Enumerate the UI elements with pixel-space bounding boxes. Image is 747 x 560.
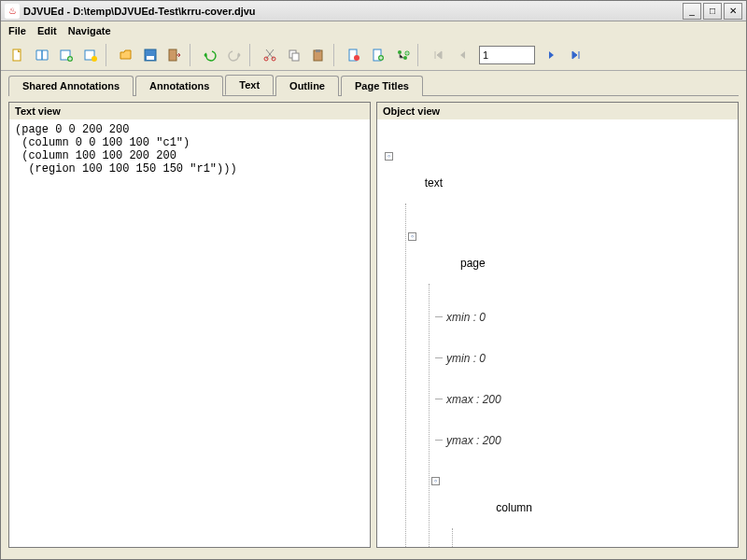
first-page-icon[interactable]: [427, 44, 449, 66]
svg-point-19: [403, 56, 407, 60]
window-title: DJVUEd - D:\temp\DJVUEd-Test\krru-cover.…: [23, 6, 681, 17]
save-icon[interactable]: [139, 44, 162, 66]
copy-icon[interactable]: [283, 44, 305, 66]
tab-bar: Shared Annotations Annotations Text Outl…: [1, 71, 746, 95]
add-page-icon[interactable]: [367, 44, 389, 66]
separator: [249, 44, 255, 66]
separator: [190, 44, 195, 66]
window-buttons: _ □ ✕: [681, 3, 742, 20]
text-view-body[interactable]: (page 0 0 200 200 (column 0 0 100 100 "c…: [9, 119, 370, 547]
paste-icon[interactable]: [307, 44, 330, 66]
tree-column-node[interactable]: column: [496, 501, 532, 514]
tab-text[interactable]: Text: [225, 75, 274, 95]
text-view-title: Text view: [9, 103, 370, 119]
next-page-icon[interactable]: [541, 44, 563, 66]
new-file-icon[interactable]: [7, 44, 29, 66]
minimize-button[interactable]: _: [683, 3, 701, 20]
tree-text-node[interactable]: text: [425, 176, 443, 189]
toolbar: [1, 40, 746, 71]
show-book-icon[interactable]: [79, 44, 102, 66]
menubar: File Edit Navigate: [1, 21, 746, 40]
close-button[interactable]: ✕: [724, 3, 742, 20]
workarea: Text view (page 0 0 200 200 (column 0 0 …: [1, 96, 746, 553]
svg-point-4: [92, 56, 97, 62]
maximize-button[interactable]: □: [703, 3, 722, 20]
tree-prop[interactable]: xmin : 0: [446, 311, 486, 324]
titlebar: ♨ DJVUEd - D:\temp\DJVUEd-Test\krru-cove…: [1, 1, 746, 21]
menu-navigate[interactable]: Navigate: [68, 25, 111, 36]
tab-outline[interactable]: Outline: [275, 76, 339, 96]
menu-file[interactable]: File: [8, 25, 26, 36]
svg-point-18: [398, 50, 402, 54]
add-book-icon[interactable]: [55, 44, 78, 66]
remove-page-icon[interactable]: [343, 44, 365, 66]
tree-page-node[interactable]: page: [460, 257, 486, 270]
svg-point-15: [354, 55, 359, 61]
tab-annotations[interactable]: Annotations: [135, 76, 223, 96]
tab-shared-annotations[interactable]: Shared Annotations: [8, 76, 134, 96]
tree-toggle-icon[interactable]: ◦: [385, 152, 393, 161]
svg-rect-7: [169, 49, 176, 61]
folder-open-icon[interactable]: [115, 44, 137, 66]
object-view-panel: Object view ◦ text ◦ page xmin : 0 ymin …: [376, 102, 739, 548]
separator: [417, 44, 423, 66]
object-view-title: Object view: [377, 103, 738, 119]
separator: [106, 44, 111, 66]
java-icon: ♨: [5, 4, 20, 19]
tree-toggle-icon[interactable]: ◦: [431, 477, 440, 485]
tree-prop[interactable]: xmax : 200: [446, 393, 501, 406]
add-node-icon[interactable]: [391, 44, 414, 66]
object-tree[interactable]: ◦ text ◦ page xmin : 0 ymin : 0 xmax : 2…: [377, 119, 738, 547]
text-view-panel: Text view (page 0 0 200 200 (column 0 0 …: [8, 102, 371, 548]
svg-rect-13: [316, 49, 320, 52]
prev-page-icon[interactable]: [451, 44, 473, 66]
tree-prop[interactable]: ymax : 200: [446, 434, 501, 447]
open-book-icon[interactable]: [31, 44, 53, 66]
undo-icon[interactable]: [199, 44, 221, 66]
cut-icon[interactable]: [259, 44, 281, 66]
separator: [333, 44, 339, 66]
svg-rect-11: [292, 53, 299, 61]
tab-page-titles[interactable]: Page Titles: [341, 76, 423, 96]
tree-toggle-icon[interactable]: ◦: [408, 232, 416, 241]
redo-icon[interactable]: [223, 44, 246, 66]
tree-prop[interactable]: ymin : 0: [446, 352, 486, 365]
svg-rect-6: [147, 56, 154, 60]
page-number-input[interactable]: [479, 46, 535, 64]
exit-icon[interactable]: [163, 44, 186, 66]
last-page-icon[interactable]: [565, 44, 587, 66]
menu-edit[interactable]: Edit: [37, 25, 57, 36]
